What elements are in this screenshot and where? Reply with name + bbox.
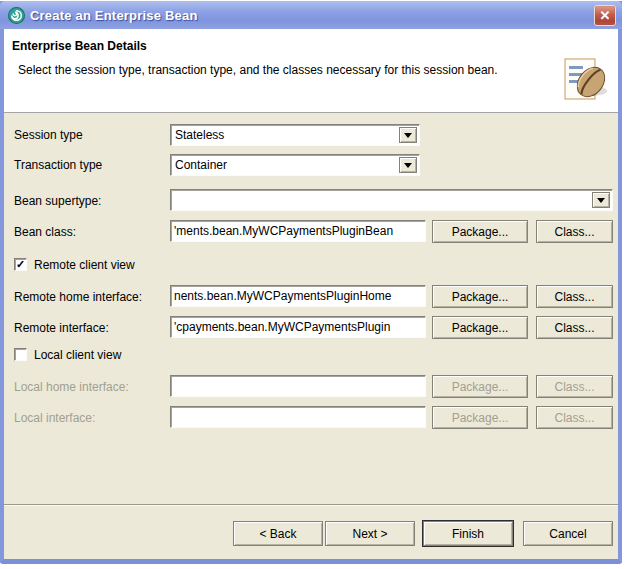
local-home-class-button: Class...: [536, 375, 613, 398]
local-interface-input: [170, 406, 426, 428]
create-enterprise-bean-dialog: Create an Enterprise Bean ✕ Enterprise B…: [0, 1, 622, 564]
session-type-value: Stateless: [175, 128, 224, 142]
back-button[interactable]: < Back: [233, 521, 323, 546]
websphere-swirl-icon: [8, 7, 25, 24]
window-title: Create an Enterprise Bean: [30, 8, 594, 23]
remote-interface-label: Remote interface:: [14, 321, 109, 335]
local-client-view-checkbox[interactable]: [14, 348, 27, 361]
session-type-label: Session type: [14, 128, 83, 142]
bean-supertype-dropdown-arrow-icon[interactable]: [592, 192, 610, 208]
local-interface-label: Local interface:: [14, 411, 95, 425]
bean-class-class-button[interactable]: Class...: [536, 220, 613, 243]
remote-interface-class-button[interactable]: Class...: [536, 316, 613, 339]
desktop: Create an Enterprise Bean ✕ Enterprise B…: [0, 0, 627, 569]
transaction-type-value: Container: [175, 158, 227, 172]
remote-client-view-label: Remote client view: [34, 258, 135, 272]
local-interface-class-button: Class...: [536, 406, 613, 429]
next-button[interactable]: Next >: [325, 521, 415, 546]
transaction-type-dropdown[interactable]: Container: [170, 154, 420, 176]
bean-class-input[interactable]: [170, 220, 426, 242]
close-button[interactable]: ✕: [594, 5, 616, 26]
transaction-type-dropdown-arrow-icon[interactable]: [399, 157, 417, 173]
session-type-dropdown-arrow-icon[interactable]: [399, 127, 417, 143]
title-bar[interactable]: Create an Enterprise Bean ✕: [0, 1, 622, 29]
bean-class-label: Bean class:: [14, 225, 76, 239]
wizard-banner: Enterprise Bean Details Select the sessi…: [4, 29, 618, 113]
remote-home-package-button[interactable]: Package...: [432, 285, 528, 308]
enterprise-bean-icon: [558, 57, 610, 105]
session-type-dropdown[interactable]: Stateless: [170, 124, 420, 146]
remote-home-interface-label: Remote home interface:: [14, 290, 142, 304]
remote-interface-package-button[interactable]: Package...: [432, 316, 528, 339]
remote-home-class-button[interactable]: Class...: [536, 285, 613, 308]
finish-button[interactable]: Finish: [423, 521, 513, 546]
transaction-type-label: Transaction type: [14, 158, 102, 172]
bean-supertype-label: Bean supertype:: [14, 194, 101, 208]
local-interface-package-button: Package...: [432, 406, 528, 429]
bean-supertype-dropdown[interactable]: [170, 189, 613, 211]
page-title: Enterprise Bean Details: [12, 39, 147, 53]
remote-home-interface-input[interactable]: [170, 285, 426, 307]
local-home-package-button: Package...: [432, 375, 528, 398]
local-home-interface-input: [170, 375, 426, 397]
cancel-button[interactable]: Cancel: [523, 521, 613, 546]
remote-client-view-checkbox[interactable]: ✓: [14, 258, 27, 271]
button-bar-separator: [4, 504, 618, 506]
bean-class-package-button[interactable]: Package...: [432, 220, 528, 243]
local-client-view-label: Local client view: [34, 348, 121, 362]
remote-interface-input[interactable]: [170, 316, 426, 338]
page-description: Select the session type, transaction typ…: [18, 63, 498, 77]
local-home-interface-label: Local home interface:: [14, 380, 129, 394]
